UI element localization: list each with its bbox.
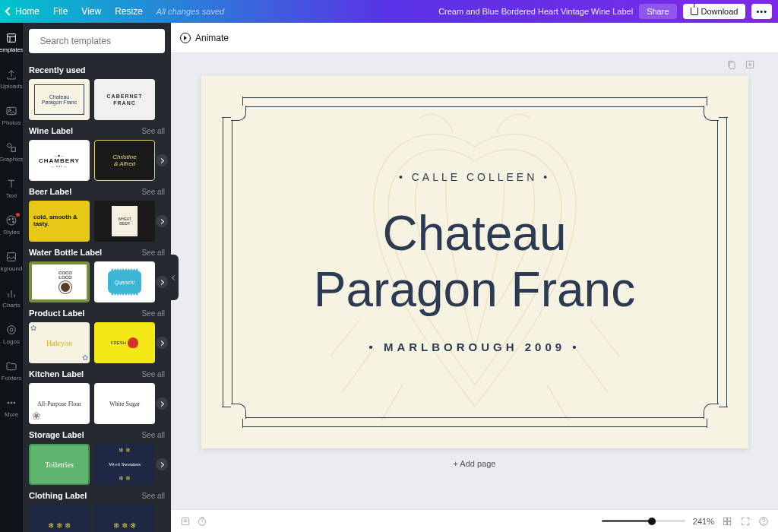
region-text[interactable]: • MARLBOROUGH 2009 • (368, 340, 580, 353)
download-icon (691, 8, 698, 15)
rail-charts[interactable]: Charts (0, 284, 23, 312)
logos-icon (5, 324, 17, 336)
see-all-link[interactable]: See all (141, 370, 165, 378)
template-thumb[interactable]: Halcyon (29, 322, 90, 363)
context-toolbar: Animate (171, 23, 778, 53)
carousel-next-button[interactable] (156, 337, 168, 349)
template-thumb[interactable]: WHEATBEER (94, 201, 155, 242)
thumb-row: cold, smooth & tasty.WHEATBEER (29, 201, 165, 242)
see-all-link[interactable]: See all (141, 127, 165, 135)
template-thumb[interactable]: CABERNETFRANC (94, 79, 155, 120)
add-page-icon[interactable] (745, 59, 755, 70)
see-all-link[interactable]: See all (141, 309, 165, 318)
wine-name-text[interactable]: Chateau Paragon Franc (314, 206, 635, 318)
duplicate-page-icon[interactable] (726, 59, 737, 70)
see-all-link[interactable]: See all (141, 249, 165, 257)
search-input[interactable] (40, 36, 154, 46)
grid-view-icon[interactable] (722, 516, 732, 527)
zoom-slider[interactable] (602, 520, 685, 522)
animate-button[interactable]: Animate (180, 33, 229, 43)
template-thumb[interactable] (29, 505, 90, 532)
template-thumb[interactable]: —◆—CHAMBERY— est — (29, 140, 90, 181)
chevron-right-icon (159, 401, 164, 406)
carousel-next-button[interactable] (156, 154, 168, 166)
download-button[interactable]: Download (683, 4, 746, 19)
zoom-value[interactable]: 241% (693, 517, 714, 526)
template-list[interactable]: Recently usedChateauParagon FrancCABERNE… (23, 59, 171, 532)
template-thumb[interactable]: All-Purpose Flour (29, 383, 90, 424)
section-header: Storage LabelSee all (29, 424, 165, 444)
page-actions (726, 59, 755, 70)
svg-point-6 (8, 144, 11, 147)
collapse-panel-button[interactable] (169, 255, 179, 300)
rail-templates[interactable]: emplates (0, 29, 23, 56)
more-button[interactable]: ••• (751, 4, 772, 19)
add-page-button[interactable]: + Add page (454, 459, 496, 468)
resize-menu[interactable]: Resize (115, 6, 143, 17)
rail-text[interactable]: Text (0, 175, 23, 202)
view-menu[interactable]: View (81, 6, 101, 17)
template-thumb[interactable] (94, 505, 155, 532)
photos-icon (5, 105, 17, 117)
rail-photos[interactable]: Photos (0, 102, 23, 129)
template-thumb[interactable]: Quench! (94, 261, 155, 302)
rail-styles[interactable]: Styles (0, 211, 23, 239)
template-thumb[interactable]: COCOLOCO (29, 261, 90, 302)
workspace[interactable]: • CALLE COLLEEN • Chateau Paragon Franc … (171, 53, 778, 509)
section-title: Beer Label (29, 187, 71, 196)
see-all-link[interactable]: See all (141, 431, 165, 439)
file-menu[interactable]: File (53, 6, 68, 17)
notes-icon[interactable] (180, 516, 191, 527)
label-text-group: • CALLE COLLEEN • Chateau Paragon Franc … (201, 76, 748, 448)
tagline-text[interactable]: • CALLE COLLEEN • (399, 171, 550, 183)
thumb-row (29, 505, 165, 532)
help-icon[interactable] (758, 516, 769, 527)
svg-point-52 (764, 523, 764, 524)
section-header: Wine LabelSee all (29, 120, 165, 140)
see-all-link[interactable]: See all (141, 188, 165, 196)
section-title: Storage Label (29, 430, 84, 439)
share-button[interactable]: Share (639, 4, 676, 19)
svg-rect-0 (8, 34, 16, 43)
carousel-next-button[interactable] (156, 397, 168, 410)
template-thumb[interactable]: cold, smooth & tasty. (29, 201, 90, 242)
text-icon (5, 178, 17, 190)
design-canvas[interactable]: • CALLE COLLEEN • Chateau Paragon Franc … (201, 76, 748, 448)
background-icon (5, 251, 17, 263)
svg-rect-49 (723, 521, 726, 524)
template-thumb[interactable]: Toiletries (29, 444, 90, 485)
save-status: All changes saved (157, 7, 224, 16)
thumb-row: All-Purpose FlourWhite Sugar (29, 383, 165, 424)
rail-uploads[interactable]: Uploads (0, 65, 23, 93)
svg-point-20 (8, 402, 9, 404)
home-button[interactable]: Home (6, 6, 40, 17)
svg-rect-50 (728, 521, 731, 524)
graphics-icon (5, 141, 17, 154)
svg-rect-7 (11, 147, 15, 151)
template-thumb[interactable]: ChateauParagon Franc (29, 79, 90, 120)
rail-background[interactable]: kground (0, 248, 23, 275)
svg-point-21 (11, 402, 12, 404)
timer-icon[interactable] (197, 516, 207, 527)
notification-dot (16, 213, 20, 217)
template-thumb[interactable]: Wool Sweaters (94, 444, 155, 485)
rail-graphics[interactable]: Graphics (0, 138, 23, 166)
rail-logos[interactable]: Logos (0, 321, 23, 348)
filter-icon[interactable] (159, 36, 160, 46)
home-label: Home (15, 6, 40, 17)
fullscreen-icon[interactable] (740, 516, 751, 527)
rail-more[interactable]: More (0, 394, 23, 421)
see-all-link[interactable]: See all (141, 492, 165, 500)
template-thumb[interactable]: White Sugar (94, 383, 155, 424)
search-box[interactable] (29, 29, 165, 53)
document-title[interactable]: Cream and Blue Bordered Heart Vintage Wi… (438, 7, 633, 16)
chevron-right-icon (159, 461, 164, 467)
svg-point-11 (8, 219, 10, 220)
rail-folders[interactable]: Folders (0, 357, 23, 385)
template-thumb[interactable]: Christine& Alfred (94, 140, 155, 181)
section-title: Clothing Label (29, 491, 87, 500)
carousel-next-button[interactable] (156, 215, 168, 227)
template-thumb[interactable]: FRESH (94, 322, 155, 363)
carousel-next-button[interactable] (156, 276, 168, 288)
carousel-next-button[interactable] (156, 458, 168, 470)
